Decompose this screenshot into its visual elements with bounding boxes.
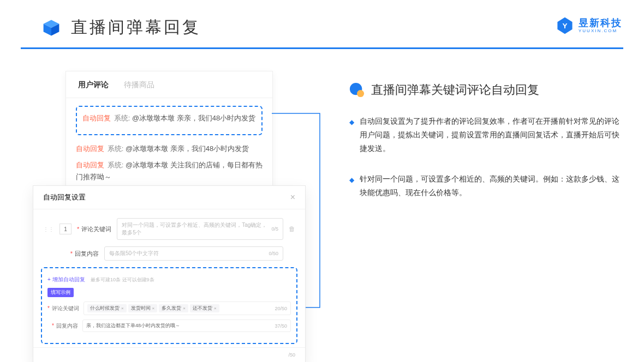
content-input[interactable]: 每条限50个中文字符 0/50: [104, 246, 283, 261]
example-badge: 填写示例: [47, 288, 74, 297]
tab-pending-goods[interactable]: 待播商品: [124, 80, 154, 90]
diamond-bullet-icon: ◆: [349, 117, 354, 156]
svg-point-5: [357, 90, 364, 97]
add-hint: 最多可建10条 还可以创建9条: [91, 277, 154, 282]
comment-panel: 用户评论 待播商品 自动回复 系统: @冰墩墩本墩 亲亲，我们48小时内发货 自…: [65, 71, 273, 202]
screenshot-stack: 用户评论 待播商品 自动回复 系统: @冰墩墩本墩 亲亲，我们48小时内发货 自…: [33, 71, 317, 216]
system-label: 系统:: [114, 114, 130, 122]
keyword-tag: 多久发货×: [159, 304, 188, 312]
brand-logo: Y 昱新科技 YUUXIN.COM: [556, 16, 622, 35]
description-panel: 直播间弹幕关键词评论自动回复 ◆ 自动回复设置为了提升作者的评论回复效率，作者可…: [349, 71, 623, 216]
keyword-tag: 什么时候发货×: [87, 304, 127, 312]
add-auto-reply-link[interactable]: + 增加自动回复: [47, 276, 85, 282]
svg-text:Y: Y: [562, 22, 567, 30]
chat-bubble-icon: [349, 82, 365, 98]
tab-user-comments[interactable]: 用户评论: [78, 80, 109, 90]
keyword-input[interactable]: 对同一个问题，可设置多个相近、高频的关键词，Tag确定，最多5个 0/5: [117, 218, 283, 240]
comment-item: 自动回复 系统: @冰墩墩本墩 关注我们的店铺，每日都有热门推荐呦～: [76, 159, 263, 183]
diamond-bullet-icon: ◆: [349, 174, 354, 200]
example-tags-container: 什么时候发货×发货时间×多久发货×还不发货×: [87, 304, 221, 312]
comment-item: 自动回复 系统: @冰墩墩本墩 亲亲，我们48小时内发货: [76, 143, 263, 155]
example-callout: + 增加自动回复 最多可建10条 还可以创建9条 填写示例 *评论关键词 什么时…: [41, 267, 297, 344]
comment-tabs: 用户评论 待播商品: [66, 71, 272, 98]
example-keyword-box: 什么时候发货×发货时间×多久发货×还不发货× 20/50: [84, 301, 291, 315]
bullet-point: ◆ 自动回复设置为了提升作者的评论回复效率，作者可在开播前针对常见的评论用户问题…: [349, 114, 623, 156]
comment-text: @冰墩墩本墩 亲亲，我们48小时内发货: [132, 114, 255, 122]
page-title: 直播间弹幕回复: [71, 16, 201, 39]
highlighted-comment: 自动回复 系统: @冰墩墩本墩 亲亲，我们48小时内发货: [76, 106, 263, 135]
modal-title: 自动回复设置: [43, 192, 86, 202]
drag-handle-icon[interactable]: ⋮⋮: [43, 226, 54, 232]
keyword-tag: 发货时间×: [128, 304, 158, 312]
brand-name-en: YUUXIN.COM: [579, 29, 622, 33]
rule-index: 1: [59, 224, 71, 234]
cube-icon: [41, 18, 61, 38]
page-header: 直播间弹幕回复: [21, 0, 623, 49]
brand-name-cn: 昱新科技: [579, 18, 622, 28]
auto-reply-settings-modal: 自动回复设置 × ⋮⋮ 1 *评论关键词 对同一个问题，可设置多个相近、高频的关…: [33, 185, 306, 362]
example-content-box: 亲，我们这边都是下单48小时内发货的哦～ 37/50: [82, 319, 291, 332]
keyword-tag: 还不发货×: [190, 304, 219, 312]
section-title: 直播间弹幕关键词评论自动回复: [371, 82, 539, 98]
auto-reply-tag: 自动回复: [82, 114, 111, 122]
delete-icon[interactable]: 🗑: [289, 225, 295, 233]
bullet-point: ◆ 针对同一个问题，可设置多个相近的、高频的关键词。例如：这款多少钱、这块能优惠…: [349, 172, 623, 200]
footer-counter: /50: [288, 352, 295, 358]
brand-icon: Y: [556, 16, 574, 35]
close-icon[interactable]: ×: [290, 192, 295, 202]
